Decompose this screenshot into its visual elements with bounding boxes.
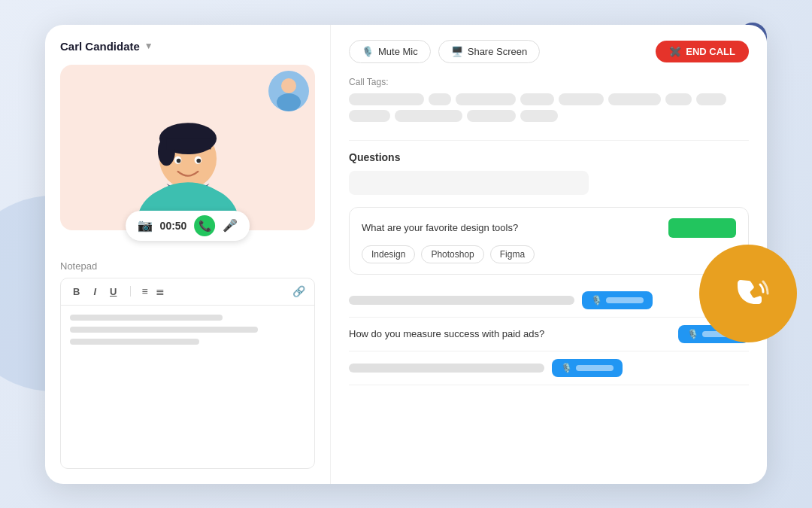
main-card: Carl Candidate ▼ <box>45 25 767 484</box>
tag-3[interactable] <box>456 93 516 105</box>
mic-icon: 🎙️ <box>362 46 374 57</box>
mic-button-row-3[interactable]: 🎙️ <box>552 359 623 377</box>
tag-4[interactable] <box>520 93 554 105</box>
share-screen-button[interactable]: 🖥️ Share Screen <box>438 40 541 63</box>
svg-rect-8 <box>166 138 211 149</box>
mic-icon-row-3: 🎙️ <box>561 363 572 373</box>
question-row-placeholder-1: 🎙️ <box>349 284 749 318</box>
avatar <box>268 71 309 111</box>
video-area: 📷 00:50 📞 🎤 <box>60 65 315 230</box>
phone-waves-icon <box>726 271 771 316</box>
underline-button[interactable]: U <box>107 284 120 299</box>
note-line-3 <box>70 339 199 345</box>
candidate-header: Carl Candidate ▼ <box>60 40 315 53</box>
tag-9[interactable] <box>349 110 390 122</box>
mute-mic-button[interactable]: 🎙️ Mute Mic <box>349 40 431 63</box>
toolbar-separator <box>130 286 131 297</box>
bullet-list-icon[interactable]: ≡ <box>141 285 147 297</box>
timer-display: 00:50 <box>160 220 187 232</box>
tag-11[interactable] <box>467 110 516 122</box>
svg-point-12 <box>196 158 201 163</box>
question-text-1: What are your favorite design tools? <box>362 222 518 233</box>
answer-tag-photoshop[interactable]: Photoshop <box>421 245 483 263</box>
answer-tag-figma[interactable]: Figma <box>490 245 535 263</box>
tag-7[interactable] <box>665 93 692 105</box>
left-panel: Carl Candidate ▼ <box>45 25 331 484</box>
notepad-content[interactable] <box>61 306 314 468</box>
question-row-2: How do you measure success with paid ads… <box>349 318 749 351</box>
tag-6[interactable] <box>608 93 661 105</box>
tag-10[interactable] <box>395 110 462 122</box>
bold-button[interactable]: B <box>70 284 83 299</box>
notepad-editor[interactable]: B I U ≡ ≣ 🔗 <box>60 278 315 469</box>
answer-tag-indesign[interactable]: Indesign <box>362 245 415 263</box>
note-line-1 <box>70 315 223 321</box>
question-top-1: What are your favorite design tools? <box>362 218 736 238</box>
mic-off-icon: 🎤 <box>223 218 238 233</box>
answer-tags-1: Indesign Photoshop Figma <box>362 245 736 263</box>
end-call-label: END CALL <box>686 46 735 57</box>
mute-mic-label: Mute Mic <box>378 46 418 57</box>
row-placeholder-1 <box>349 296 574 305</box>
mic-button-row-1[interactable]: 🎙️ <box>582 291 653 309</box>
phone-call-indicator <box>699 245 797 342</box>
tag-12[interactable] <box>520 110 558 122</box>
svg-point-11 <box>176 158 180 163</box>
timer-badge: 📷 00:50 📞 🎤 <box>126 211 250 241</box>
monitor-icon: 🖥️ <box>451 46 463 57</box>
call-tags-row <box>349 93 749 122</box>
avatar-svg <box>268 71 309 111</box>
right-panel: 🎙️ Mute Mic 🖥️ Share Screen ✖️ END CALL … <box>331 25 767 484</box>
phone-icon[interactable]: 📞 <box>194 215 215 236</box>
candidate-name: Carl Candidate <box>60 40 140 53</box>
divider-1 <box>349 140 749 141</box>
note-line-2 <box>70 327 258 333</box>
tag-2[interactable] <box>429 93 451 105</box>
tag-5[interactable] <box>559 93 604 105</box>
tag-1[interactable] <box>349 93 424 105</box>
svg-point-1 <box>281 78 296 93</box>
row-placeholder-2 <box>349 364 544 373</box>
ordered-list-icon[interactable]: ≣ <box>156 285 165 297</box>
mic-icon-row-1: 🎙️ <box>591 295 602 306</box>
question-search-bar[interactable] <box>349 171 589 195</box>
mic-icon-row-2: 🎙️ <box>687 329 698 339</box>
italic-button[interactable]: I <box>90 284 99 299</box>
chevron-down-icon[interactable]: ▼ <box>144 41 153 51</box>
questions-section-label: Questions <box>349 151 749 163</box>
phone-x-icon: ✖️ <box>669 46 681 57</box>
person-svg <box>120 80 256 230</box>
question-row-placeholder-2: 🎙️ <box>349 351 749 385</box>
top-bar: 🎙️ Mute Mic 🖥️ Share Screen ✖️ END CALL <box>349 40 749 63</box>
link-icon[interactable]: 🔗 <box>292 285 305 297</box>
person-illustration <box>120 80 256 230</box>
mic-label-bar-1 <box>606 297 644 303</box>
tag-8[interactable] <box>696 93 726 105</box>
question-card-1: What are your favorite design tools? Ind… <box>349 207 749 275</box>
share-screen-label: Share Screen <box>468 46 528 57</box>
svg-point-2 <box>277 93 301 111</box>
end-call-button[interactable]: ✖️ END CALL <box>656 41 749 62</box>
notepad-section: Notepad B I U ≡ ≣ 🔗 <box>60 260 315 469</box>
notepad-toolbar: B I U ≡ ≣ 🔗 <box>61 278 314 306</box>
mic-label-bar-3 <box>576 365 614 371</box>
question-text-2: How do you measure success with paid ads… <box>349 328 671 339</box>
call-tags-label: Call Tags: <box>349 77 749 87</box>
notepad-label: Notepad <box>60 260 315 272</box>
answer-button-1[interactable] <box>668 218 736 238</box>
camera-off-icon: 📷 <box>138 218 153 233</box>
